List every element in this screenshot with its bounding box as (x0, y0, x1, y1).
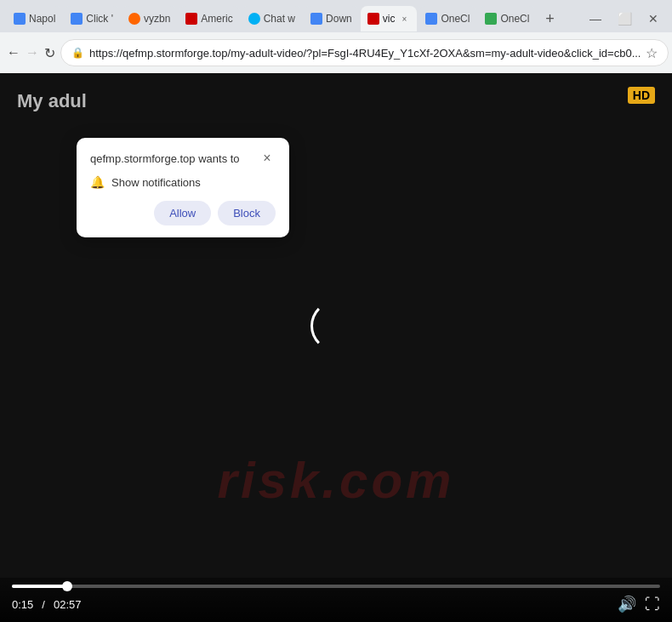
tab-label-1: Napol (29, 13, 55, 25)
tab-close-button[interactable]: × (398, 13, 410, 25)
block-button[interactable]: Block (218, 201, 276, 225)
video-controls: 0:15 / 02:57 🔊 ⛶ (0, 578, 672, 622)
time-current: 0:15 (12, 598, 33, 611)
tab-label-8: OneCl (441, 13, 470, 25)
allow-button[interactable]: Allow (154, 201, 211, 225)
maximize-button[interactable]: ⬜ (612, 7, 636, 31)
tab-click[interactable]: Click ' (64, 6, 120, 31)
tab-label-3: vyzbn (144, 13, 170, 25)
time-total: 02:57 (54, 598, 82, 611)
tab-favicon-9 (485, 13, 497, 25)
volume-icon[interactable]: 🔊 (618, 595, 636, 613)
lock-icon: 🔒 (71, 47, 84, 59)
tab-bar: Napol Click ' vyzbn Americ Chat w Down v… (0, 0, 672, 32)
notification-title: qefmp.stormforge.top wants to (90, 152, 240, 165)
tab-favicon-2 (71, 13, 83, 25)
tab-favicon-1 (14, 13, 26, 25)
url-bar[interactable]: 🔒 https://qefmp.stormforge.top/my-adult-… (60, 39, 669, 66)
progress-thumb (62, 581, 72, 591)
tab-label-2: Click ' (86, 13, 113, 25)
tab-favicon-7 (367, 13, 379, 25)
tab-label-9: OneCl (500, 13, 529, 25)
watermark-text: risk.com (218, 452, 455, 509)
tab-down[interactable]: Down (304, 6, 359, 31)
notification-popup: qefmp.stormforge.top wants to × 🔔 Show n… (77, 138, 289, 237)
hd-badge: HD (628, 87, 655, 104)
time-separator: / (42, 598, 45, 611)
tab-vic-active[interactable]: vic × (361, 6, 418, 31)
fullscreen-icon[interactable]: ⛶ (645, 596, 660, 613)
tab-label-4: Americ (201, 13, 232, 25)
address-bar: ← → ↻ 🔒 https://qefmp.stormforge.top/my-… (0, 32, 672, 73)
notification-close-button[interactable]: × (259, 150, 276, 167)
notification-buttons: Allow Block (90, 201, 276, 225)
forward-button[interactable]: → (26, 40, 39, 66)
tab-napol[interactable]: Napol (7, 6, 62, 31)
close-window-button[interactable]: ✕ (641, 7, 665, 31)
tab-favicon-6 (310, 13, 322, 25)
window-controls: — ⬜ ✕ (584, 7, 665, 31)
bookmark-icon[interactable]: ☆ (646, 45, 658, 61)
tab-favicon-5 (248, 13, 260, 25)
tab-label-6: Down (326, 13, 352, 25)
controls-row: 0:15 / 02:57 🔊 ⛶ (12, 595, 660, 613)
browser-window: Napol Click ' vyzbn Americ Chat w Down v… (0, 0, 672, 622)
tab-label-5: Chat w (264, 13, 295, 25)
tab-chat[interactable]: Chat w (242, 6, 302, 31)
refresh-button[interactable]: ↻ (44, 40, 55, 66)
notification-item-label: Show notifications (111, 176, 201, 189)
content-area: My adul HD risk.com 0:15 (0, 73, 672, 622)
minimize-button[interactable]: — (584, 7, 607, 31)
video-title: My adul (17, 90, 87, 112)
tab-favicon-8 (425, 13, 437, 25)
notification-header: qefmp.stormforge.top wants to × (90, 150, 276, 167)
tab-americ[interactable]: Americ (179, 6, 239, 31)
tab-vyzbn[interactable]: vyzbn (122, 6, 177, 31)
progress-fill (12, 585, 67, 588)
tab-onecl2[interactable]: OneCl (478, 6, 536, 31)
url-text: https://qefmp.stormforge.top/my-adult-vi… (89, 47, 641, 60)
tab-favicon-4 (185, 13, 197, 25)
notification-item: 🔔 Show notifications (90, 175, 276, 189)
bell-icon: 🔔 (90, 175, 105, 189)
back-button[interactable]: ← (7, 40, 20, 66)
tab-onecl1[interactable]: OneCl (419, 6, 476, 31)
watermark-logo: risk.com (0, 451, 672, 510)
loading-spinner (310, 300, 362, 351)
new-tab-button[interactable]: + (538, 7, 561, 31)
tab-label-7: vic (383, 13, 396, 25)
tab-favicon-3 (128, 13, 140, 25)
progress-bar[interactable] (12, 585, 660, 588)
